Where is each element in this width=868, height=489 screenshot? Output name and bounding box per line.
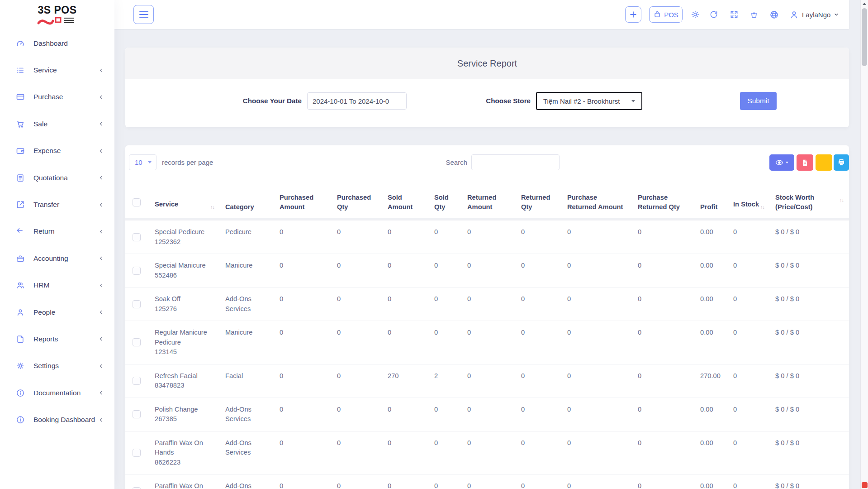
fullscreen-button[interactable] — [726, 6, 742, 23]
service-code: 83478823 — [155, 381, 214, 391]
data-cell: 0 — [274, 475, 332, 489]
printer-icon — [837, 158, 845, 167]
row-checkbox[interactable] — [133, 300, 141, 308]
chevron-left-icon — [99, 390, 104, 395]
sidebar-item-expense[interactable]: Expense — [0, 138, 114, 164]
sidebar-item-label: Reports — [33, 335, 58, 343]
data-cell: 0 — [332, 254, 382, 288]
data-cell: 0 — [332, 220, 382, 254]
report-header: Service Report — [125, 48, 849, 79]
sort-icon[interactable]: ↑↓ — [840, 196, 844, 205]
sidebar-item-accounting[interactable]: Accounting — [0, 245, 114, 272]
sidebar-item-purchase[interactable]: Purchase — [0, 84, 114, 110]
sidebar-item-dashboard[interactable]: Dashboard — [0, 30, 114, 57]
language-button[interactable] — [766, 6, 782, 23]
export-pdf-button[interactable] — [797, 154, 813, 171]
data-cell: 0 — [429, 220, 462, 254]
chevron-left-icon — [99, 417, 104, 422]
service-cell: Regular Manicure Pedicure123145 — [149, 321, 220, 364]
sidebar-item-service[interactable]: Service — [0, 57, 114, 83]
column-visibility-button[interactable] — [769, 154, 794, 171]
store-label: Choose Store — [440, 92, 531, 110]
topbar: POS — [114, 0, 849, 29]
report-card: Service Report Choose Your Date Choose S… — [125, 48, 849, 127]
date-range-input[interactable] — [307, 92, 407, 110]
data-cell: 0 — [516, 431, 562, 475]
column-header: Purchased Amount — [274, 188, 332, 220]
scroll-up-arrow[interactable] — [861, 0, 868, 7]
theme-toggle-button[interactable] — [687, 6, 703, 23]
column-header-label: Profit — [700, 203, 717, 211]
caret-down-icon — [786, 162, 788, 163]
data-cell: 0 — [632, 431, 695, 475]
service-code: 1252362 — [155, 237, 214, 247]
submit-button[interactable]: Submit — [740, 92, 777, 110]
data-cell: 0.00 — [695, 398, 728, 431]
sidebar-item-documentation[interactable]: Documentation — [0, 379, 114, 406]
per-page-select[interactable]: 10 — [129, 154, 157, 170]
pos-button[interactable]: POS — [649, 6, 683, 23]
data-cell: Add-Ons Services — [220, 398, 274, 431]
data-cell: Add-Ons Services — [220, 475, 274, 489]
row-checkbox[interactable] — [133, 449, 141, 457]
sort-icon[interactable]: ↑↓ — [760, 202, 764, 212]
brand-logo-text: 3S POS — [0, 5, 114, 15]
chevron-left-icon — [99, 283, 104, 288]
column-header[interactable]: ↑↓Stock Worth (Price/Cost) — [770, 188, 849, 220]
sidebar-item-quotationa[interactable]: Quotationa — [0, 164, 114, 191]
sidebar-item-transfer[interactable]: Transfer — [0, 191, 114, 218]
user-menu[interactable]: LaylaNgo — [789, 6, 839, 23]
search-input[interactable] — [471, 154, 560, 170]
print-button[interactable] — [834, 154, 849, 171]
chevron-left-icon — [99, 95, 104, 100]
service-name: Special Pedicure — [155, 227, 214, 237]
sidebar-toggle-button[interactable] — [133, 5, 154, 24]
date-label: Choose Your Date — [207, 92, 302, 110]
store-select[interactable]: Tiệm Nail #2 - Brookhurst — [536, 92, 642, 110]
add-button[interactable] — [625, 6, 641, 23]
row-checkbox[interactable] — [133, 267, 141, 275]
table-row: Special Pedicure1252362Pedicure000000000… — [125, 220, 849, 254]
sidebar-item-hrm[interactable]: HRM — [0, 272, 114, 299]
column-header[interactable]: ↑↓Service — [149, 188, 220, 220]
data-cell: 0 — [332, 321, 382, 364]
chevron-left-icon — [99, 68, 104, 73]
row-checkbox[interactable] — [133, 377, 141, 385]
column-header[interactable]: ↑↓In Stock — [728, 188, 770, 220]
row-checkbox[interactable] — [133, 233, 141, 241]
sidebar-item-reports[interactable]: Reports — [0, 326, 114, 352]
sidebar-item-booking-dashboard[interactable]: Booking Dashboard — [0, 406, 114, 433]
data-cell: 0 — [728, 220, 770, 254]
sort-icon[interactable]: ↑↓ — [210, 202, 214, 212]
sidebar-item-return[interactable]: Return — [0, 218, 114, 245]
sidebar-item-people[interactable]: People — [0, 299, 114, 326]
service-cell: Paraffin Wax On Feet — [149, 475, 220, 489]
export-excel-button[interactable] — [816, 154, 832, 171]
data-cell: 0 — [632, 220, 695, 254]
data-cell: 0 — [728, 398, 770, 431]
row-select-cell — [125, 288, 149, 321]
row-checkbox[interactable] — [133, 487, 141, 489]
data-cell: 0 — [562, 254, 632, 288]
column-header: Purchase Returned Amount — [562, 188, 632, 220]
hrm-icon — [16, 280, 26, 290]
data-cell: 0 — [632, 398, 695, 431]
select-all-checkbox[interactable] — [133, 198, 141, 206]
scrollbar[interactable] — [860, 0, 868, 489]
sidebar-item-label: Transfer — [33, 201, 59, 209]
table-row: Paraffin Wax On FeetAdd-Ons Services0000… — [125, 475, 849, 489]
data-cell: 0 — [562, 321, 632, 364]
sidebar-item-settings[interactable]: Settings — [0, 353, 114, 379]
basket-button[interactable] — [746, 6, 762, 23]
column-header: Purchase Returned Qty — [632, 188, 695, 220]
column-header-label: Stock Worth (Price/Cost) — [775, 194, 814, 211]
row-checkbox[interactable] — [133, 338, 141, 346]
refresh-button[interactable] — [706, 6, 722, 23]
row-checkbox[interactable] — [133, 410, 141, 418]
scrollbar-thumb[interactable] — [862, 8, 867, 66]
service-code: 8626223 — [155, 458, 214, 468]
sidebar-item-sale[interactable]: Sale — [0, 110, 114, 137]
brand-logo[interactable]: 3S POS — [0, 0, 114, 28]
data-cell: 0 — [274, 431, 332, 475]
service-cell: Special Manicure552486 — [149, 254, 220, 288]
